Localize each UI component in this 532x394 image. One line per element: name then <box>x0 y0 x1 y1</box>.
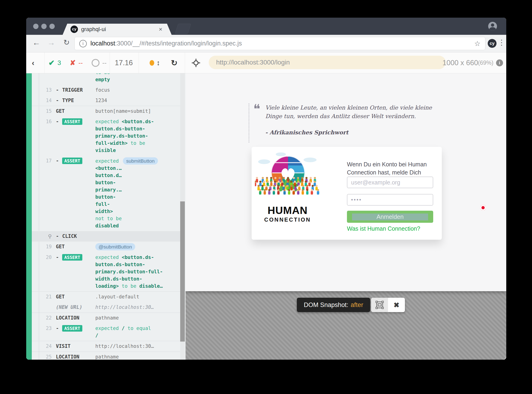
log-message: http://localhost:30… <box>95 304 180 311</box>
forward-icon: → <box>46 38 56 47</box>
log-row[interactable]: to beempty <box>32 73 180 85</box>
log-message-part: disable… <box>139 283 163 289</box>
app-url-field[interactable]: http://localhost:3000/login <box>209 56 446 69</box>
page-info-icon[interactable]: i <box>79 40 87 47</box>
log-message: 1234 <box>95 97 180 104</box>
traffic-light-close[interactable] <box>33 24 39 29</box>
log-message: @submitButton <box>95 243 180 251</box>
log-row[interactable]: 15GETbutton[name=submit] <box>32 106 180 116</box>
alias-pill[interactable]: submitButton <box>123 157 158 165</box>
log-row[interactable]: 14- TYPE1234 <box>32 95 180 106</box>
log-message-part: http://localhost:30… <box>95 343 154 349</box>
log-command: - TYPE <box>56 97 95 104</box>
log-message: expected <button.ds-button.ds-button-pri… <box>95 118 180 154</box>
log-row[interactable]: 21GET.layout-default <box>32 292 180 302</box>
log-message-part: expected <box>95 254 122 260</box>
command-log-rows: to beempty13- TRIGGERfocus14- TYPE123415… <box>32 73 180 360</box>
snapshot-close-button[interactable]: ✖ <box>388 298 405 312</box>
submit-button-label: Anmelden <box>347 211 433 223</box>
log-row[interactable]: 25LOCATIONpathname <box>32 352 180 360</box>
log-row[interactable]: 20- ASSERTexpected <button.ds-button.ds-… <box>32 252 180 292</box>
profile-avatar-icon[interactable] <box>488 22 497 31</box>
log-command: - ASSERT <box>56 157 95 165</box>
log-message-part: button.d… <box>95 173 122 178</box>
log-row-number: 25 <box>32 353 56 360</box>
log-row[interactable]: 13- TRIGGERfocus <box>32 85 180 95</box>
log-message-part: width.ds-button- <box>95 276 142 282</box>
log-message-part: .layout-default <box>95 294 139 300</box>
log-row[interactable]: ⚲- CLICK <box>32 231 180 242</box>
log-command: - ASSERT <box>56 254 95 261</box>
viewport-info-icon[interactable]: i <box>496 52 503 73</box>
collapse-panel-icon[interactable]: ‹ <box>32 52 34 73</box>
log-message-part: width> <box>95 209 113 214</box>
log-row[interactable]: 22LOCATIONpathname <box>32 313 180 323</box>
log-message-part: expected <box>95 326 122 331</box>
bookmark-star-icon[interactable]: ☆ <box>474 39 481 47</box>
pin-icon: ⚲ <box>32 233 56 240</box>
log-message-part: / <box>122 326 125 331</box>
log-message: pathname <box>95 353 180 360</box>
log-message: button[name=submit] <box>95 108 180 115</box>
log-row-number: 16 <box>32 118 56 125</box>
log-message: expected <button.ds-button.ds-button-pri… <box>95 254 180 290</box>
browser-reload-icon[interactable]: ↻ <box>61 38 72 47</box>
test-pass-strip <box>26 73 32 360</box>
assert-badge: ASSERT <box>62 254 82 261</box>
submit-button[interactable]: Anmelden <box>347 211 433 223</box>
new-tab-button[interactable] <box>175 24 191 34</box>
login-form: Wenn Du ein Konto bei Human Connection h… <box>347 147 433 240</box>
log-row[interactable]: 23- ASSERTexpected / to equal/ <box>32 323 180 341</box>
assert-badge: ASSERT <box>62 158 82 164</box>
log-message-part: full-width> <box>95 140 128 146</box>
login-card: HUMAN CONNECTION Wenn Du ein Konto bei H… <box>252 147 442 240</box>
log-command: GET <box>56 293 95 301</box>
log-row[interactable]: 17- ASSERTexpectedsubmitButton<button.…b… <box>32 156 180 231</box>
log-row[interactable]: 24VISIThttp://localhost:30… <box>32 341 180 352</box>
highlight-regions-icon <box>375 301 384 309</box>
log-command: VISIT <box>56 343 95 350</box>
traffic-light-minimize[interactable] <box>41 24 47 29</box>
snapshot-highlight-button[interactable] <box>371 298 388 312</box>
log-row[interactable]: 16- ASSERTexpected <button.ds-button.ds-… <box>32 116 180 156</box>
cypress-extension-icon[interactable]: cy <box>488 39 496 48</box>
browser-window: cy graphql-ui × ← → ↻ i localhost:3000/_… <box>26 18 506 360</box>
log-message-part: visible <box>95 148 116 153</box>
log-row[interactable]: 19GET@submitButton <box>32 242 180 252</box>
address-bar[interactable]: i localhost:3000/__/#/tests/integration/… <box>74 37 485 50</box>
autoscroll-control[interactable]: ↕ <box>150 52 160 73</box>
alias-pill[interactable]: @submitButton <box>95 243 135 250</box>
log-command: GET <box>56 108 95 115</box>
assert-badge: ASSERT <box>62 325 82 332</box>
browser-tab[interactable]: cy graphql-ui × <box>63 24 172 35</box>
tab-title: graphql-ui <box>81 26 158 32</box>
log-message-part: button- <box>95 180 116 185</box>
log-scrollbar-thumb[interactable] <box>180 201 185 342</box>
browser-menu-icon[interactable]: ⋮ <box>498 38 504 47</box>
log-message: focus <box>95 87 180 94</box>
rerun-tests-icon[interactable]: ↻ <box>171 52 178 73</box>
log-message-part: button[name=submit] <box>95 108 151 114</box>
url-path: :3000/__/#/tests/integration/login/login… <box>115 40 242 47</box>
check-icon: ✔ <box>48 58 55 67</box>
log-message-part: button- <box>95 194 116 200</box>
email-input[interactable] <box>347 176 433 188</box>
log-row[interactable]: (NEW URL)http://localhost:30… <box>32 302 180 313</box>
log-message-part: to be <box>119 283 139 289</box>
selector-playground-icon[interactable] <box>191 52 201 73</box>
url-text: localhost:3000/__/#/tests/integration/lo… <box>90 40 474 47</box>
log-message-part: http://localhost:30… <box>95 304 154 310</box>
log-message-part: expected <box>95 119 122 124</box>
log-message-part: primary.ds-button-full- <box>95 269 163 275</box>
password-input[interactable] <box>347 194 433 206</box>
orange-dot-icon <box>150 60 154 66</box>
log-message-part: full- <box>95 201 110 207</box>
back-icon[interactable]: ← <box>31 38 41 47</box>
traffic-light-zoom[interactable] <box>49 24 55 29</box>
what-is-link[interactable]: Was ist Human Connection? <box>347 225 420 232</box>
log-row-number: 22 <box>32 314 56 321</box>
close-tab-icon[interactable]: × <box>158 26 164 33</box>
snapshot-state: after <box>351 301 363 309</box>
quote-author: - Afrikanisches Sprichwort <box>265 129 348 136</box>
log-message-part: <button.… <box>95 166 122 171</box>
